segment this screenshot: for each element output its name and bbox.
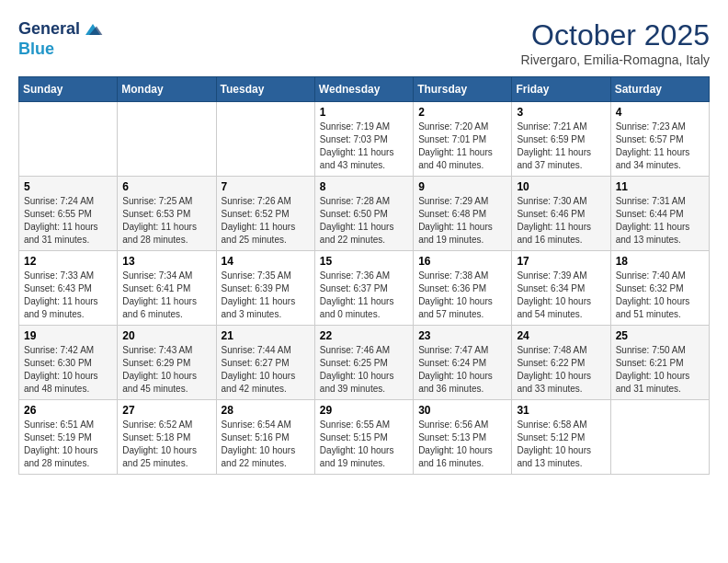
day-info: Sunrise: 7:46 AM Sunset: 6:25 PM Dayligh… <box>320 344 408 396</box>
calendar-cell: 29Sunrise: 6:55 AM Sunset: 5:15 PM Dayli… <box>314 400 413 475</box>
day-number: 14 <box>222 255 310 268</box>
day-info: Sunrise: 7:50 AM Sunset: 6:21 PM Dayligh… <box>616 344 704 396</box>
week-row-1: 1Sunrise: 7:19 AM Sunset: 7:03 PM Daylig… <box>19 102 710 177</box>
calendar-cell: 6Sunrise: 7:25 AM Sunset: 6:53 PM Daylig… <box>118 177 216 251</box>
day-info: Sunrise: 7:31 AM Sunset: 6:44 PM Dayligh… <box>616 195 704 247</box>
day-number: 24 <box>517 329 605 342</box>
day-number: 22 <box>320 329 408 342</box>
calendar-cell: 16Sunrise: 7:38 AM Sunset: 6:36 PM Dayli… <box>414 251 512 326</box>
day-info: Sunrise: 6:54 AM Sunset: 5:16 PM Dayligh… <box>222 419 310 470</box>
day-number: 15 <box>320 255 408 268</box>
day-number: 13 <box>122 255 210 268</box>
weekday-header-tuesday: Tuesday <box>216 77 314 102</box>
day-number: 8 <box>320 180 408 193</box>
calendar-cell: 3Sunrise: 7:21 AM Sunset: 6:59 PM Daylig… <box>512 102 610 177</box>
day-info: Sunrise: 7:28 AM Sunset: 6:50 PM Dayligh… <box>320 195 408 247</box>
calendar-cell <box>216 102 314 177</box>
calendar-cell: 22Sunrise: 7:46 AM Sunset: 6:25 PM Dayli… <box>314 326 413 400</box>
calendar-cell: 24Sunrise: 7:48 AM Sunset: 6:22 PM Dayli… <box>512 326 610 400</box>
calendar-cell: 4Sunrise: 7:23 AM Sunset: 6:57 PM Daylig… <box>610 102 709 177</box>
weekday-header-saturday: Saturday <box>610 77 709 102</box>
day-info: Sunrise: 7:30 AM Sunset: 6:46 PM Dayligh… <box>517 195 605 247</box>
day-info: Sunrise: 7:35 AM Sunset: 6:39 PM Dayligh… <box>222 270 310 321</box>
calendar-cell: 23Sunrise: 7:47 AM Sunset: 6:24 PM Dayli… <box>414 326 512 400</box>
calendar-cell: 27Sunrise: 6:52 AM Sunset: 5:18 PM Dayli… <box>118 400 216 475</box>
calendar-cell: 18Sunrise: 7:40 AM Sunset: 6:32 PM Dayli… <box>610 251 709 326</box>
day-number: 10 <box>517 180 605 193</box>
month-title: October 2025 <box>521 18 710 52</box>
day-number: 9 <box>418 180 506 193</box>
calendar-cell: 10Sunrise: 7:30 AM Sunset: 6:46 PM Dayli… <box>512 177 610 251</box>
day-info: Sunrise: 7:23 AM Sunset: 6:57 PM Dayligh… <box>616 121 704 172</box>
calendar-cell: 26Sunrise: 6:51 AM Sunset: 5:19 PM Dayli… <box>19 400 118 475</box>
weekday-header-monday: Monday <box>118 77 216 102</box>
day-number: 18 <box>616 255 704 268</box>
weekday-header-wednesday: Wednesday <box>314 77 413 102</box>
week-row-4: 19Sunrise: 7:42 AM Sunset: 6:30 PM Dayli… <box>19 326 710 400</box>
calendar-cell: 1Sunrise: 7:19 AM Sunset: 7:03 PM Daylig… <box>314 102 413 177</box>
day-number: 5 <box>24 180 112 193</box>
weekday-header-sunday: Sunday <box>19 77 118 102</box>
calendar-cell: 8Sunrise: 7:28 AM Sunset: 6:50 PM Daylig… <box>314 177 413 251</box>
calendar-cell: 9Sunrise: 7:29 AM Sunset: 6:48 PM Daylig… <box>414 177 512 251</box>
day-info: Sunrise: 7:43 AM Sunset: 6:29 PM Dayligh… <box>122 344 210 396</box>
day-number: 30 <box>418 404 506 417</box>
calendar-cell: 25Sunrise: 7:50 AM Sunset: 6:21 PM Dayli… <box>610 326 709 400</box>
day-number: 20 <box>122 329 210 342</box>
day-info: Sunrise: 7:25 AM Sunset: 6:53 PM Dayligh… <box>122 195 210 247</box>
day-info: Sunrise: 7:29 AM Sunset: 6:48 PM Dayligh… <box>418 195 506 247</box>
day-number: 27 <box>122 404 210 417</box>
calendar-cell: 17Sunrise: 7:39 AM Sunset: 6:34 PM Dayli… <box>512 251 610 326</box>
day-info: Sunrise: 7:38 AM Sunset: 6:36 PM Dayligh… <box>418 270 506 321</box>
week-row-5: 26Sunrise: 6:51 AM Sunset: 5:19 PM Dayli… <box>19 400 710 475</box>
logo-text-blue: Blue <box>18 40 104 59</box>
calendar-cell: 14Sunrise: 7:35 AM Sunset: 6:39 PM Dayli… <box>216 251 314 326</box>
day-number: 4 <box>616 106 704 119</box>
day-number: 7 <box>222 180 310 193</box>
page-header: General Blue October 2025 Rivergaro, Emi… <box>18 18 710 67</box>
day-info: Sunrise: 6:51 AM Sunset: 5:19 PM Dayligh… <box>24 419 112 470</box>
day-info: Sunrise: 7:21 AM Sunset: 6:59 PM Dayligh… <box>517 121 605 172</box>
day-number: 6 <box>122 180 210 193</box>
day-info: Sunrise: 7:34 AM Sunset: 6:41 PM Dayligh… <box>122 270 210 321</box>
weekday-header-row: SundayMondayTuesdayWednesdayThursdayFrid… <box>19 77 710 102</box>
day-info: Sunrise: 7:19 AM Sunset: 7:03 PM Dayligh… <box>320 121 408 172</box>
day-info: Sunrise: 6:55 AM Sunset: 5:15 PM Dayligh… <box>320 419 408 470</box>
calendar-cell: 7Sunrise: 7:26 AM Sunset: 6:52 PM Daylig… <box>216 177 314 251</box>
week-row-2: 5Sunrise: 7:24 AM Sunset: 6:55 PM Daylig… <box>19 177 710 251</box>
calendar-cell: 5Sunrise: 7:24 AM Sunset: 6:55 PM Daylig… <box>19 177 118 251</box>
logo-icon <box>82 18 104 40</box>
day-info: Sunrise: 7:39 AM Sunset: 6:34 PM Dayligh… <box>517 270 605 321</box>
day-number: 1 <box>320 106 408 119</box>
day-info: Sunrise: 7:36 AM Sunset: 6:37 PM Dayligh… <box>320 270 408 321</box>
title-block: October 2025 Rivergaro, Emilia-Romagna, … <box>521 18 710 67</box>
day-number: 3 <box>517 106 605 119</box>
day-number: 11 <box>616 180 704 193</box>
calendar-cell: 15Sunrise: 7:36 AM Sunset: 6:37 PM Dayli… <box>314 251 413 326</box>
day-number: 2 <box>418 106 506 119</box>
day-info: Sunrise: 7:48 AM Sunset: 6:22 PM Dayligh… <box>517 344 605 396</box>
day-info: Sunrise: 7:33 AM Sunset: 6:43 PM Dayligh… <box>24 270 112 321</box>
day-info: Sunrise: 7:20 AM Sunset: 7:01 PM Dayligh… <box>418 121 506 172</box>
day-info: Sunrise: 7:40 AM Sunset: 6:32 PM Dayligh… <box>616 270 704 321</box>
calendar-cell: 21Sunrise: 7:44 AM Sunset: 6:27 PM Dayli… <box>216 326 314 400</box>
day-info: Sunrise: 7:47 AM Sunset: 6:24 PM Dayligh… <box>418 344 506 396</box>
day-info: Sunrise: 7:26 AM Sunset: 6:52 PM Dayligh… <box>222 195 310 247</box>
calendar-cell <box>19 102 118 177</box>
day-number: 19 <box>24 329 112 342</box>
calendar-cell: 28Sunrise: 6:54 AM Sunset: 5:16 PM Dayli… <box>216 400 314 475</box>
calendar-cell <box>118 102 216 177</box>
calendar-cell: 13Sunrise: 7:34 AM Sunset: 6:41 PM Dayli… <box>118 251 216 326</box>
day-number: 28 <box>222 404 310 417</box>
day-number: 26 <box>24 404 112 417</box>
location-subtitle: Rivergaro, Emilia-Romagna, Italy <box>521 52 710 67</box>
day-number: 16 <box>418 255 506 268</box>
week-row-3: 12Sunrise: 7:33 AM Sunset: 6:43 PM Dayli… <box>19 251 710 326</box>
day-info: Sunrise: 6:52 AM Sunset: 5:18 PM Dayligh… <box>122 419 210 470</box>
calendar-cell: 11Sunrise: 7:31 AM Sunset: 6:44 PM Dayli… <box>610 177 709 251</box>
day-info: Sunrise: 6:56 AM Sunset: 5:13 PM Dayligh… <box>418 419 506 470</box>
day-number: 29 <box>320 404 408 417</box>
day-number: 25 <box>616 329 704 342</box>
weekday-header-friday: Friday <box>512 77 610 102</box>
day-number: 21 <box>222 329 310 342</box>
